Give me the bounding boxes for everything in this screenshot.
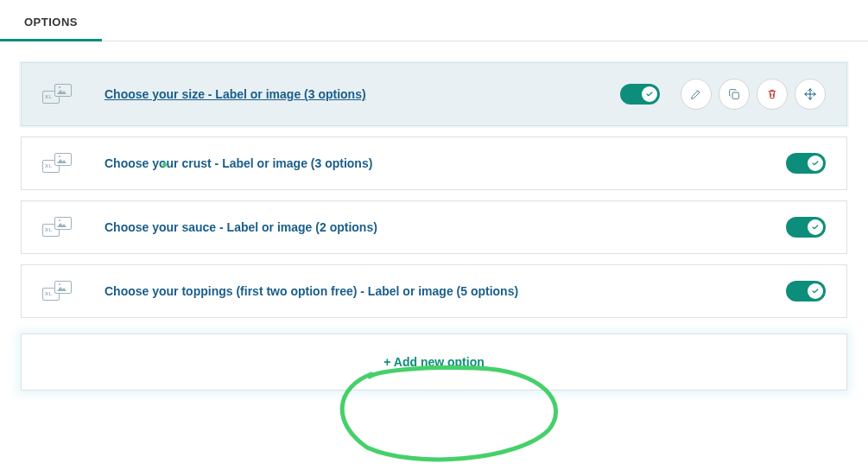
copy-button[interactable] xyxy=(719,79,750,110)
option-row[interactable]: XL Choose your sauce - Label or image (2… xyxy=(21,200,847,254)
check-icon xyxy=(808,283,823,299)
option-row[interactable]: XL Choose your toppings (first two optio… xyxy=(21,264,847,318)
edit-button[interactable] xyxy=(681,79,712,110)
options-container: XL Choose your size - Label or image (3 … xyxy=(0,41,868,399)
toggle-switch[interactable] xyxy=(620,84,660,105)
tab-bar: OPTIONS xyxy=(0,0,868,41)
delete-button[interactable] xyxy=(757,79,788,110)
tab-options[interactable]: OPTIONS xyxy=(0,7,102,41)
check-icon xyxy=(808,219,823,235)
size-image-icon: XL xyxy=(42,84,77,105)
option-label: Choose your sauce - Label or image (2 op… xyxy=(105,220,786,234)
svg-rect-0 xyxy=(732,92,738,98)
toggle-switch[interactable] xyxy=(786,281,826,301)
option-label: Choose your toppings (first two option f… xyxy=(105,284,786,298)
check-icon xyxy=(642,86,657,102)
size-image-icon: XL xyxy=(42,281,77,301)
row-actions xyxy=(681,79,826,110)
move-button[interactable] xyxy=(795,79,826,110)
option-row[interactable]: XL Choose your crust - Label or image (3… xyxy=(21,136,847,190)
option-label: Choose your size - Label or image (3 opt… xyxy=(105,87,620,101)
option-label: Choose your crust - Label or image (3 op… xyxy=(105,156,786,170)
check-icon xyxy=(808,155,823,171)
size-image-icon: XL xyxy=(42,217,77,238)
size-image-icon: XL xyxy=(42,153,77,174)
toggle-switch[interactable] xyxy=(786,217,826,238)
option-row[interactable]: XL Choose your size - Label or image (3 … xyxy=(21,62,847,126)
annotation-dot xyxy=(162,162,167,167)
toggle-switch[interactable] xyxy=(786,153,826,174)
add-new-option-button[interactable]: + Add new option xyxy=(21,333,847,390)
